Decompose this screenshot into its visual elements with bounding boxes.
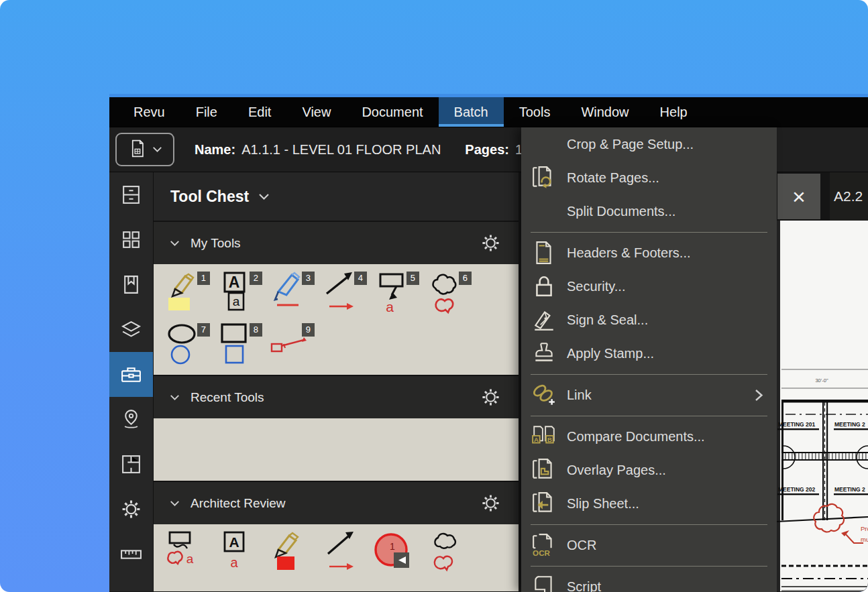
- tool-chest-tool[interactable]: [269, 530, 316, 590]
- layers-icon: [120, 318, 142, 341]
- sidebar-panel-button[interactable]: [109, 442, 153, 487]
- tool-chest-tool[interactable]: 7: [164, 322, 211, 374]
- batch-menu-item[interactable]: Link: [521, 378, 777, 412]
- section-header-recent-tools[interactable]: Recent Tools: [154, 375, 519, 418]
- sidebar-panel-button[interactable]: [109, 217, 153, 262]
- document-tab[interactable]: A2.2: [830, 172, 868, 221]
- batch-menu-item[interactable]: Apply Stamp...: [521, 337, 777, 370]
- sidebar-panel-button[interactable]: [109, 397, 153, 442]
- menubar-item[interactable]: Batch: [439, 97, 504, 127]
- close-tab-button[interactable]: ×: [777, 174, 820, 219]
- tool-chest-tool[interactable]: Aa: [217, 530, 264, 590]
- batch-menu-item[interactable]: Headers & Footers...: [521, 236, 777, 270]
- callout-cloud-icon: a: [164, 530, 211, 574]
- toolbox-icon: [120, 363, 142, 386]
- batch-menu-item[interactable]: Security...: [521, 270, 777, 303]
- batch-menu-item[interactable]: Overlay Pages...: [521, 453, 777, 487]
- tool-chest-header: Tool Chest: [154, 172, 519, 221]
- name-label: Name:: [195, 142, 235, 158]
- thumbnails-icon: [120, 229, 142, 251]
- tool-shortcut-badge: 4: [354, 272, 367, 285]
- batch-menu-item-label: Crop & Page Setup...: [567, 137, 694, 152]
- floor-plan-page[interactable]: 30'-0" MEETING 201 MEETING 2: [776, 221, 868, 591]
- tool-shortcut-badge: 9: [302, 323, 315, 337]
- tool-chest-tool[interactable]: Aa 2: [217, 271, 264, 322]
- tool-chest-tool[interactable]: a 5: [374, 271, 421, 322]
- section-header-architect-review[interactable]: Architect Review: [154, 481, 519, 524]
- menubar-item[interactable]: Edit: [233, 97, 286, 127]
- cloud-red-icon: [426, 530, 473, 574]
- ruler-icon: [120, 543, 142, 565]
- menubar-item-label: Batch: [454, 105, 488, 120]
- menu-separator: [521, 520, 777, 528]
- section-label: Architect Review: [191, 496, 286, 511]
- batch-menu-item[interactable]: Script: [521, 570, 777, 592]
- chevron-down-icon[interactable]: [258, 193, 270, 200]
- tool-shortcut-badge: 5: [406, 272, 419, 285]
- menubar-item[interactable]: View: [286, 97, 346, 127]
- menubar-item-label: Revu: [133, 105, 165, 120]
- room-label: MEETING 2: [834, 421, 865, 428]
- document-tab-bar: × A2.2: [776, 172, 868, 221]
- gear-icon[interactable]: [480, 233, 501, 253]
- tool-shortcut-badge: 8: [250, 323, 262, 337]
- clipped-panel-icon: [120, 588, 142, 591]
- menubar-item[interactable]: Tools: [504, 97, 566, 127]
- section-header-my-tools[interactable]: My Tools: [154, 221, 519, 264]
- batch-menu-item-label: Rotate Pages...: [567, 170, 659, 186]
- tool-chest-tool[interactable]: 1: [374, 530, 421, 590]
- menubar-item[interactable]: File: [180, 97, 233, 127]
- location-pin-icon: [120, 408, 142, 430]
- room-label: MEETING 2: [834, 486, 865, 493]
- batch-menu-item[interactable]: Rotate Pages...: [521, 161, 777, 194]
- chevron-down-icon: [170, 240, 180, 247]
- svg-text:a: a: [230, 555, 238, 570]
- batch-menu-item-label: OCR: [567, 538, 596, 553]
- menubar-item[interactable]: Revu: [118, 97, 180, 127]
- menubar-item[interactable]: Help: [645, 97, 703, 127]
- tool-chest-tool[interactable]: 4: [321, 271, 368, 322]
- sidebar-panel-button[interactable]: [109, 487, 153, 532]
- sign-seal-icon: [531, 305, 557, 335]
- svg-text:A: A: [229, 534, 239, 550]
- tool-chest-tool[interactable]: [321, 530, 368, 590]
- recent-tools-empty-area: [154, 418, 519, 481]
- batch-menu-item[interactable]: OCR OCR: [521, 528, 777, 562]
- tool-chest-tool[interactable]: 6: [426, 271, 473, 322]
- tool-chest-tool[interactable]: a: [164, 530, 211, 590]
- menubar-item[interactable]: Window: [565, 97, 644, 127]
- sidebar-panel-button[interactable]: [109, 577, 153, 591]
- tool-chest-panel: Tool Chest My Tools 1 Aa 2 3 4 a 5: [153, 172, 519, 591]
- menubar-item[interactable]: Document: [346, 97, 438, 127]
- document-selector-button[interactable]: [115, 133, 174, 166]
- highlighter-red-icon: [269, 530, 316, 574]
- gear-icon[interactable]: [480, 493, 501, 514]
- menubar-item-label: File: [196, 105, 217, 120]
- my-tools-grid: 1 Aa 2 3 4 a 5 6 7 8 9: [154, 264, 519, 375]
- sidebar-panel-button[interactable]: [109, 352, 153, 397]
- batch-menu-item[interactable]: Crop & Page Setup...: [521, 127, 777, 161]
- tool-chest-tool[interactable]: 8: [217, 322, 264, 374]
- tool-shortcut-badge: 1: [197, 272, 210, 285]
- script-icon: [531, 572, 557, 592]
- tool-chest-tool[interactable]: 9: [269, 322, 316, 374]
- sidebar-panel-button[interactable]: [109, 307, 153, 352]
- sidebar-panel-button[interactable]: [109, 172, 153, 217]
- batch-menu-item[interactable]: Split Documents...: [521, 194, 777, 228]
- sidebar-panel-button[interactable]: [109, 532, 153, 577]
- gear-icon[interactable]: [480, 387, 501, 408]
- architect-review-grid: a Aa 1: [154, 524, 519, 591]
- batch-menu-item-label: Split Documents...: [567, 204, 675, 219]
- sidebar-panel-button[interactable]: [109, 262, 153, 307]
- tool-chest-tool[interactable]: 3: [269, 271, 316, 322]
- svg-text:B: B: [547, 436, 552, 443]
- section-label: Recent Tools: [191, 390, 264, 405]
- svg-text:a: a: [233, 294, 240, 308]
- dimension-text: 30'-0": [815, 377, 828, 383]
- tool-shortcut-badge: 3: [302, 272, 315, 285]
- batch-menu-item[interactable]: Slip Sheet...: [521, 487, 777, 520]
- tool-chest-tool[interactable]: 1: [164, 271, 211, 322]
- batch-menu-item[interactable]: AB Compare Documents...: [521, 420, 777, 453]
- tool-chest-tool[interactable]: [426, 530, 473, 590]
- batch-menu-item[interactable]: Sign & Seal...: [521, 303, 777, 337]
